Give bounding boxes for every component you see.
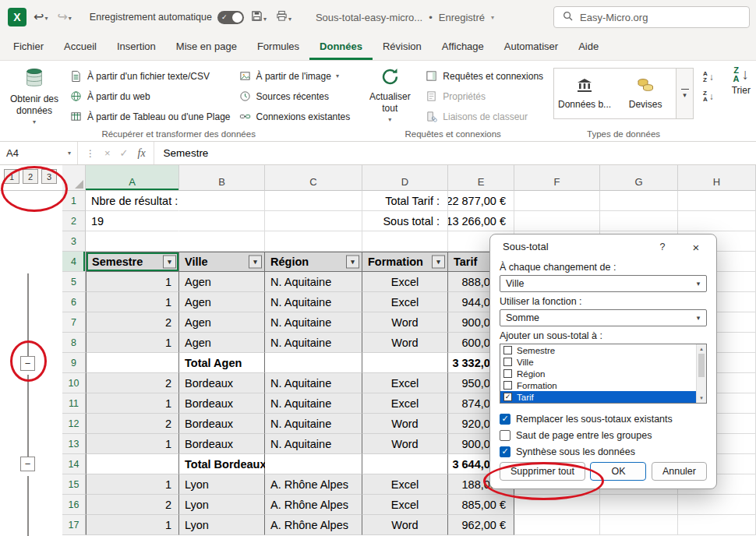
ribbon-tab[interactable]: Formules <box>247 34 309 60</box>
select-all-button[interactable] <box>62 165 86 191</box>
column-header[interactable]: E <box>448 165 514 191</box>
collapse-group-button[interactable]: − <box>20 356 35 371</box>
cell-region[interactable]: N. Aquitaine <box>265 393 362 414</box>
ribbon-tab[interactable]: Insertion <box>107 34 166 60</box>
row-header[interactable]: 8 <box>62 333 86 353</box>
cell-region[interactable] <box>265 353 362 373</box>
cell-formation[interactable]: Excel <box>362 495 448 515</box>
cell-a[interactable]: Nbre de résultat : <box>86 191 179 211</box>
cell-b[interactable] <box>179 231 265 252</box>
cell-semestre[interactable]: 1 <box>86 515 179 535</box>
option-checkbox[interactable]: ✓ Synthèse sous les données <box>500 443 707 460</box>
cell-region[interactable]: A. Rhône Alpes <box>265 515 362 535</box>
row-header[interactable]: 1 <box>62 191 86 211</box>
existing-connections-button[interactable]: Connexions existantes <box>236 108 353 125</box>
filter-button[interactable]: ▾ <box>163 256 176 269</box>
insert-function-icon[interactable]: fx <box>138 147 146 160</box>
cell-d[interactable]: Sous total : <box>362 211 448 231</box>
cell-ville[interactable]: Lyon <box>179 474 265 495</box>
cell-ville[interactable]: Agen <box>179 292 265 312</box>
option-checkbox[interactable]: ✓ Saut de page entre les groupes <box>500 427 707 443</box>
cell-region[interactable]: N. Aquitaine <box>265 312 362 333</box>
cell-ville[interactable]: Lyon <box>179 495 265 515</box>
cell-semestre[interactable]: 1 <box>86 474 179 495</box>
from-text-csv-button[interactable]: À partir d'un fichier texte/CSV <box>67 68 233 84</box>
cancel-button[interactable]: Annuler <box>652 462 707 481</box>
sort-button[interactable]: ZA ↓ Trier <box>719 64 756 141</box>
ribbon-tab[interactable]: Accueil <box>54 34 107 60</box>
column-header[interactable]: D <box>362 165 448 191</box>
cell-c[interactable] <box>265 191 362 211</box>
cell-semestre[interactable] <box>86 454 179 474</box>
cell-a4-semestre[interactable]: Semestre ▾ <box>86 252 179 272</box>
cell-formation[interactable]: Excel <box>362 373 448 393</box>
gallery-more-button[interactable]: ▾ <box>676 69 693 118</box>
row-header[interactable]: 11 <box>62 393 86 414</box>
cell-formation[interactable]: Word <box>362 434 448 454</box>
column-header[interactable]: F <box>514 165 600 191</box>
cell-formation[interactable]: Excel <box>362 474 448 495</box>
row-header[interactable]: 9 <box>62 353 86 373</box>
filter-button[interactable]: ▾ <box>249 256 262 269</box>
workbook-links-button[interactable]: Liaisons de classeur <box>422 108 546 125</box>
cell-ville[interactable]: Agen <box>179 272 265 292</box>
remove-all-button[interactable]: Supprimer tout <box>500 462 585 481</box>
function-combobox[interactable]: Somme ▾ <box>500 309 707 326</box>
cell-h[interactable] <box>678 495 756 515</box>
row-header[interactable]: 3 <box>62 231 86 252</box>
cell-ville[interactable]: Total Agen <box>179 353 265 373</box>
ribbon-tab[interactable]: Données <box>309 34 373 60</box>
cell-region[interactable]: A. Rhône Alpes <box>265 474 362 495</box>
outline-level-button[interactable]: 1 <box>4 169 19 184</box>
cell-g[interactable] <box>600 515 678 535</box>
cell-tarif[interactable]: 885,00 € <box>448 495 514 515</box>
ribbon-tab[interactable]: Révision <box>373 34 432 60</box>
cell-tarif[interactable]: 962,00 € <box>448 515 514 535</box>
row-header[interactable]: 12 <box>62 414 86 434</box>
search-input[interactable]: Easy-Micro.org <box>553 6 750 28</box>
cell-formation[interactable]: Word <box>362 414 448 434</box>
row-header[interactable]: 13 <box>62 434 86 454</box>
from-web-button[interactable]: À partir du web <box>67 88 233 104</box>
get-data-button[interactable]: Obtenir des données ▾ <box>5 64 64 127</box>
ok-button[interactable]: OK <box>590 462 646 481</box>
currencies-data-type-button[interactable]: Devises <box>615 69 676 118</box>
cell-d[interactable]: Total Tarif : <box>362 191 448 211</box>
scrollbar-thumb[interactable] <box>698 354 705 377</box>
cell-formation[interactable]: Word <box>362 333 448 353</box>
cell-formation[interactable]: Word <box>362 515 448 535</box>
cell-semestre[interactable]: 2 <box>86 414 179 434</box>
column-header[interactable]: C <box>265 165 362 191</box>
print-button[interactable]: ▾ <box>274 9 294 26</box>
field-option[interactable]: ✓ Tarif <box>500 391 696 403</box>
cell-b[interactable] <box>179 191 265 211</box>
column-header[interactable]: A <box>86 165 179 191</box>
row-header[interactable]: 14 <box>62 454 86 474</box>
cell-ville[interactable]: Bordeaux <box>179 434 265 454</box>
save-button[interactable]: ▾ <box>249 9 269 26</box>
cell-formation[interactable] <box>362 454 448 474</box>
cell-f[interactable] <box>514 495 600 515</box>
cell-f[interactable] <box>514 211 600 231</box>
cell-region[interactable]: N. Aquitaine <box>265 373 362 393</box>
cell-d[interactable] <box>362 231 448 252</box>
filter-button[interactable]: ▾ <box>432 256 445 269</box>
name-box[interactable]: A4 ▾ <box>0 142 78 164</box>
cell-region[interactable]: A. Rhône Alpes <box>265 495 362 515</box>
from-table-range-button[interactable]: À partir de Tableau ou d'une Plage <box>67 108 233 125</box>
from-image-button[interactable]: À partir de l'image ▾ <box>236 68 353 84</box>
option-checkbox[interactable]: ✓ Remplacer les sous-totaux existants <box>500 411 707 427</box>
row-header[interactable]: 17 <box>62 515 86 535</box>
cell-ville[interactable]: Bordeaux <box>179 393 265 414</box>
field-option[interactable]: ✓ Région <box>500 368 696 379</box>
ribbon-tab[interactable]: Fichier <box>3 34 54 60</box>
collapse-group-button[interactable]: − <box>20 457 35 471</box>
autosave-toggle[interactable]: ✓ <box>217 11 244 24</box>
cell-region[interactable] <box>265 454 362 474</box>
cell-h[interactable] <box>678 211 756 231</box>
cell-region[interactable]: N. Aquitaine <box>265 414 362 434</box>
document-title[interactable]: Sous-total-easy-micro... • Enregistré ▾ <box>316 12 494 23</box>
row-header[interactable]: 5 <box>62 272 86 292</box>
queries-connections-button[interactable]: Requêtes et connexions <box>422 68 546 84</box>
cell-a[interactable] <box>86 231 179 252</box>
